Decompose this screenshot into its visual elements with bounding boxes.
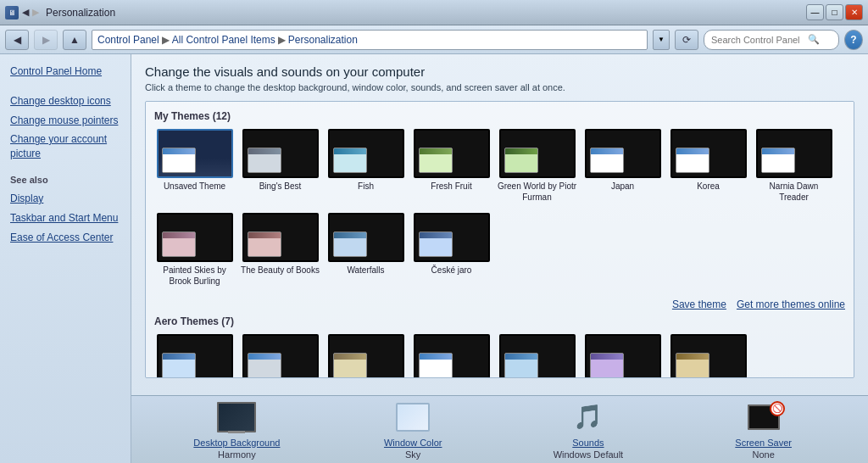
theme-label-unsaved: Unsaved Theme — [164, 181, 225, 192]
theme-bings-best[interactable]: Bing's Best — [240, 129, 320, 203]
refresh-button[interactable]: ⟳ — [675, 30, 698, 50]
my-themes-label: My Themes (12) — [154, 110, 845, 122]
theme-thumb-chars — [328, 334, 404, 378]
theme-thumb-japan — [585, 129, 661, 178]
theme-thumb-scenes — [585, 334, 661, 378]
theme-waterfalls[interactable]: Waterfalls — [326, 213, 406, 287]
theme-thumb-waterfalls — [328, 213, 404, 262]
sidebar-item-taskbar[interactable]: Taskbar and Start Menu — [10, 209, 120, 227]
window-color-item[interactable]: Window Color Sky — [370, 400, 455, 460]
sidebar-item-change-mouse-pointers[interactable]: Change mouse pointers — [10, 112, 120, 130]
desktop-bg-preview — [217, 402, 256, 432]
maximize-button[interactable]: □ — [826, 4, 843, 20]
sidebar: Control Panel Home Change desktop icons … — [0, 54, 131, 463]
theme-beauty-books[interactable]: The Beauty of Books — [240, 213, 320, 287]
aero-themes-label: Aero Themes (7) — [154, 315, 845, 327]
desktop-background-label[interactable]: Desktop Background — [193, 438, 280, 448]
theme-thumb-narnia — [756, 129, 832, 178]
back-nav-small[interactable]: ◀ — [22, 7, 29, 18]
aero-themes-grid: Windows 7 Architecture — [154, 334, 845, 378]
window-title: Personalization — [46, 7, 115, 19]
desktop-background-item[interactable]: Desktop Background Harmony — [193, 400, 280, 460]
breadcrumb: Control Panel ▶ All Control Panel Items … — [92, 30, 648, 50]
theme-architecture[interactable]: Architecture — [240, 334, 320, 378]
theme-label-green: Green World by Piotr Furman — [497, 181, 577, 203]
theme-thumb-fish — [328, 129, 404, 178]
window-color-label[interactable]: Window Color — [384, 438, 442, 448]
themes-panel: My Themes (12) Unsaved Theme — [145, 101, 854, 378]
search-icon[interactable]: 🔍 — [808, 34, 820, 45]
back-button[interactable]: ◀ — [5, 30, 29, 50]
mini-window-japan — [590, 148, 624, 173]
window-icon: 🖥 — [5, 6, 19, 20]
theme-label-waterfalls: Waterfalls — [347, 265, 384, 276]
sounds-sublabel: Windows Default — [554, 449, 624, 460]
theme-characters[interactable]: Characters — [326, 334, 406, 378]
mini-window-scenes — [590, 353, 624, 378]
mini-window-ceske — [419, 232, 453, 257]
theme-nature[interactable]: Nature — [497, 334, 577, 378]
mini-window-green — [504, 148, 538, 173]
search-input[interactable] — [711, 35, 804, 45]
sidebar-item-control-panel-home[interactable]: Control Panel Home — [10, 63, 120, 81]
sounds-icon-container: 🎵 — [567, 400, 609, 434]
page-subtitle: Click a theme to change the desktop back… — [145, 82, 854, 92]
minimize-button[interactable]: — — [806, 4, 824, 20]
theme-japan[interactable]: Japan — [582, 129, 663, 203]
theme-korea[interactable]: Korea — [668, 129, 748, 203]
mini-window-painted — [162, 232, 196, 257]
theme-united-states[interactable]: United States — [668, 334, 748, 378]
get-more-themes-link[interactable]: Get more themes online — [737, 298, 845, 310]
theme-thumb-books — [242, 213, 319, 262]
sounds-label[interactable]: Sounds — [572, 438, 604, 448]
forward-button[interactable]: ▶ — [34, 30, 58, 50]
theme-narnia[interactable]: Narnia Dawn Treader — [754, 129, 834, 203]
breadcrumb-all-items[interactable]: All Control Panel Items — [172, 34, 275, 46]
theme-thumb-unsaved — [157, 129, 233, 178]
theme-thumb-fruit — [414, 129, 490, 178]
forward-nav-small[interactable]: ▶ — [32, 7, 39, 18]
mini-window-land — [419, 353, 453, 378]
sidebar-item-display[interactable]: Display — [10, 190, 120, 208]
theme-fresh-fruit[interactable]: Fresh Fruit — [411, 129, 492, 203]
screen-saver-label[interactable]: Screen Saver — [735, 438, 792, 448]
see-also-label: See also — [10, 175, 120, 185]
save-theme-link[interactable]: Save theme — [672, 298, 726, 310]
mini-window-narnia — [761, 148, 795, 173]
breadcrumb-sep-1: ▶ — [162, 34, 170, 46]
theme-scenes[interactable]: Scenes — [582, 334, 663, 378]
screen-saver-item[interactable]: 🚫 Screen Saver None — [721, 400, 806, 460]
theme-thumb-land — [414, 334, 490, 378]
theme-ceske-jaro[interactable]: České jaro — [411, 213, 492, 287]
close-button[interactable]: ✕ — [845, 4, 863, 20]
theme-thumb-win7 — [157, 334, 233, 378]
mini-window-korea — [676, 148, 709, 173]
theme-label-japan: Japan — [611, 181, 634, 192]
address-dropdown-button[interactable]: ▼ — [653, 30, 670, 50]
sidebar-item-change-desktop-icons[interactable]: Change desktop icons — [10, 92, 120, 110]
up-button[interactable]: ▲ — [63, 30, 86, 50]
sounds-item[interactable]: 🎵 Sounds Windows Default — [546, 400, 631, 460]
theme-label-fish: Fish — [358, 181, 374, 192]
theme-painted-skies[interactable]: Painted Skies by Brook Burling — [154, 213, 235, 287]
theme-green-world[interactable]: Green World by Piotr Furman — [497, 129, 577, 203]
window-color-icon-container — [392, 400, 434, 434]
theme-windows7[interactable]: Windows 7 — [154, 334, 235, 378]
sounds-icon: 🎵 — [573, 403, 603, 431]
sidebar-item-ease-of-access[interactable]: Ease of Access Center — [10, 229, 120, 247]
sidebar-item-change-account-picture[interactable]: Change your account picture — [10, 131, 120, 163]
mini-window-arch — [248, 353, 281, 378]
mini-window-win7 — [162, 353, 196, 378]
no-sign-icon: 🚫 — [770, 401, 785, 416]
breadcrumb-control-panel[interactable]: Control Panel — [97, 34, 159, 46]
theme-landscapes[interactable]: Landscapes — [411, 334, 492, 378]
theme-thumb-ceske — [414, 213, 490, 262]
mini-window-unsaved — [162, 148, 196, 173]
mini-window-nature — [504, 353, 538, 378]
help-button[interactable]: ? — [844, 30, 863, 50]
theme-unsaved[interactable]: Unsaved Theme — [154, 129, 235, 203]
theme-thumb-us — [670, 334, 747, 378]
theme-fish[interactable]: Fish — [326, 129, 406, 203]
theme-label-narnia: Narnia Dawn Treader — [754, 181, 834, 203]
screen-saver-sublabel: None — [752, 449, 774, 460]
